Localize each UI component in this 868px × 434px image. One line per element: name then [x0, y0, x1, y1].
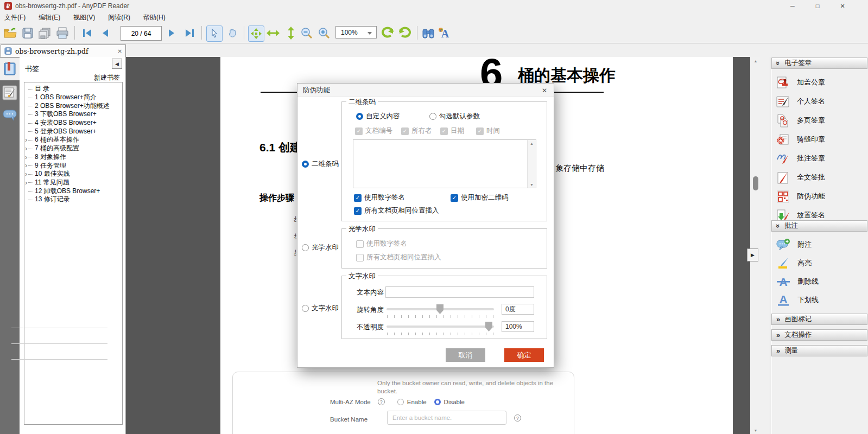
tool-item-multi-page-seal[interactable]: 多页签章 [776, 113, 825, 127]
use-digital-signature-checkbox[interactable]: 使用数字签名 [354, 193, 405, 202]
page-scrollbar[interactable] [751, 57, 760, 434]
rotation-slider-thumb[interactable] [436, 304, 443, 314]
rotate-left-button[interactable] [380, 25, 395, 41]
scroll-up-icon[interactable]: ▲ [751, 57, 760, 65]
mode-radio-optical[interactable]: 光学水印 [302, 243, 339, 252]
hand-tool-button[interactable] [225, 25, 240, 41]
menu-item-help[interactable]: 帮助(H) [143, 13, 166, 22]
last-page-button[interactable] [182, 25, 197, 41]
tool-item-official-seal[interactable]: 加盖公章 [776, 75, 825, 90]
custom-content-radio[interactable]: 自定义内容 [356, 112, 400, 121]
bookmark-item[interactable]: ›9 任务管理 [24, 161, 122, 170]
fit-page-button[interactable] [248, 25, 264, 42]
tool-item-highlight[interactable]: 高亮 [776, 256, 812, 270]
same-position-checkbox[interactable]: 所有文档页相同位置插入 [354, 206, 439, 215]
mode-radio-text[interactable]: 文字水印 [302, 304, 339, 313]
text-content-input[interactable] [385, 286, 534, 298]
section-header-esign[interactable]: » 电子签章 [771, 58, 867, 69]
signature-panel-tab[interactable] [2, 85, 17, 102]
bookmark-item[interactable]: 12 卸载OBS Browser+ [24, 187, 122, 195]
app-logo-icon: ₽ [4, 2, 12, 10]
collapse-panel-button[interactable]: ◀ [112, 59, 122, 69]
page-number-input[interactable] [121, 26, 162, 41]
opacity-slider-thumb[interactable] [485, 322, 492, 331]
expand-chevron-icon[interactable]: › [25, 144, 27, 153]
bookmark-item[interactable]: ›7 桶的高级配置 [24, 144, 122, 153]
bookmark-item[interactable]: 5 登录OBS Browser+ [24, 127, 122, 136]
document-tab[interactable]: obs-browsertg-zh.pdf ✕ [1, 44, 126, 57]
rotate-right-button[interactable] [397, 25, 413, 41]
next-page-button[interactable] [164, 25, 180, 41]
bookmark-item[interactable]: 4 安装OBS Browser+ [24, 119, 122, 127]
mode-radio-qr[interactable]: 二维条码 [302, 159, 339, 169]
tool-item-anti-counterfeit[interactable]: 防伪功能 [776, 189, 825, 203]
expand-chevron-icon[interactable]: › [25, 136, 27, 144]
tool-item-full-text-sign[interactable]: 全文签批 [776, 170, 825, 184]
textarea-scrollbar[interactable]: ▲ ▼ [527, 140, 536, 188]
expand-right-panel-button[interactable]: ▶ [747, 248, 758, 261]
comments-panel-tab[interactable] [3, 109, 17, 123]
expand-chevron-icon[interactable]: › [25, 170, 27, 178]
scroll-down-icon[interactable]: ▼ [528, 181, 536, 188]
fit-height-button[interactable] [283, 25, 299, 41]
zoom-level-select[interactable]: 100% [335, 26, 377, 39]
tool-item-underline[interactable]: A 下划线 [776, 293, 819, 307]
scroll-down-icon[interactable]: ▼ [751, 426, 760, 434]
font-color-button[interactable]: A [437, 25, 452, 41]
opacity-value-field[interactable]: 100% [502, 321, 534, 332]
bookmark-item[interactable]: 2 OBS Browser+功能概述 [24, 101, 122, 110]
menu-item-edit[interactable]: 编辑(E) [39, 13, 60, 22]
ok-button[interactable]: 确定 [504, 348, 544, 362]
minimize-button[interactable]: ─ [780, 0, 805, 12]
bookmark-item[interactable]: 目 录 [24, 85, 122, 93]
cancel-button[interactable]: 取消 [446, 348, 485, 362]
tool-item-seam-seal[interactable]: 骑缝印章 [776, 132, 825, 146]
batch-save-button[interactable] [37, 25, 52, 41]
scrollbar-thumb[interactable] [753, 176, 758, 190]
bookmark-item[interactable]: 3 下载OBS Browser+ [24, 110, 122, 119]
previous-page-button[interactable] [97, 25, 112, 41]
bookmarks-panel-tab[interactable] [0, 58, 20, 80]
dialog-close-button[interactable]: ✕ [540, 86, 549, 95]
tool-item-annotation-seal[interactable]: 批注签章 [776, 151, 825, 165]
bookmark-item[interactable]: ›6 桶的基本操作 [24, 136, 122, 144]
new-bookmark-button[interactable]: 新建书签 [94, 73, 120, 82]
default-params-radio[interactable]: 勾选默认参数 [429, 112, 480, 121]
expand-chevron-icon[interactable]: › [25, 178, 27, 187]
expand-chevron-icon[interactable]: › [25, 153, 27, 162]
select-tool-button[interactable] [206, 25, 223, 42]
scroll-up-icon[interactable]: ▲ [528, 140, 536, 146]
close-button[interactable]: ✕ [830, 0, 855, 12]
bookmark-item[interactable]: ›10 最佳实践 [24, 170, 122, 178]
bookmark-item[interactable]: 1 OBS Browser+简介 [24, 93, 122, 102]
menu-item-file[interactable]: 文件(F) [4, 13, 26, 22]
zoom-out-button[interactable] [299, 25, 314, 41]
fit-width-button[interactable] [265, 25, 281, 41]
rotation-value-field[interactable]: 0度 [502, 304, 534, 315]
bookmark-item[interactable]: ›8 对象操作 [24, 153, 122, 162]
tool-item-note[interactable]: 附注 [776, 238, 812, 252]
section-header-doc-ops[interactable]: » 文档操作 [771, 329, 867, 341]
qr-content-textarea[interactable]: ▲ ▼ [353, 139, 536, 188]
bookmark-item[interactable]: 13 修订记录 [24, 195, 122, 204]
opacity-slider-track[interactable] [387, 326, 494, 328]
use-encrypted-qr-checkbox[interactable]: 使用加密二维码 [451, 193, 509, 202]
menu-item-view[interactable]: 视图(V) [73, 13, 95, 22]
tool-item-personal-signature[interactable]: 个人签名 [776, 94, 825, 108]
section-header-annotations[interactable]: » 批注 [771, 220, 867, 232]
menu-item-read[interactable]: 阅读(R) [108, 13, 130, 22]
maximize-button[interactable]: □ [805, 0, 830, 12]
tab-close-icon[interactable]: ✕ [118, 48, 122, 54]
first-page-button[interactable] [80, 25, 95, 41]
chevron-down-icon: » [775, 224, 782, 228]
bookmark-item[interactable]: ›11 常见问题 [24, 178, 122, 187]
open-file-button[interactable] [3, 25, 18, 41]
section-header-drawing[interactable]: » 画图标记 [771, 314, 867, 325]
save-button[interactable] [20, 25, 35, 41]
zoom-in-button[interactable] [316, 25, 332, 41]
print-button[interactable] [55, 25, 70, 41]
tool-item-strikethrough[interactable]: A 删除线 [776, 275, 819, 289]
section-header-measure[interactable]: » 测量 [771, 345, 867, 356]
expand-chevron-icon[interactable]: › [25, 161, 27, 170]
search-button[interactable] [421, 25, 436, 41]
